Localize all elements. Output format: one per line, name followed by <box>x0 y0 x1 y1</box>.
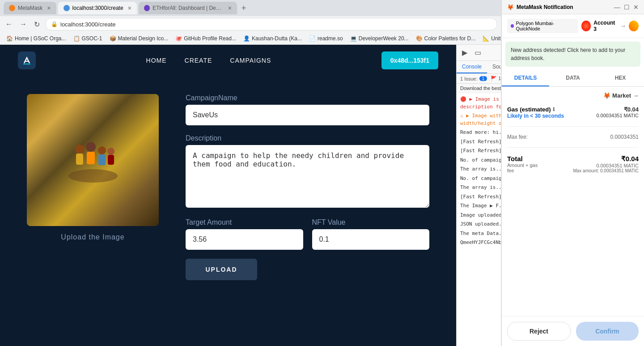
tab-console[interactable]: Console <box>457 61 487 73</box>
svg-point-6 <box>107 148 114 155</box>
svg-rect-7 <box>108 155 114 165</box>
bookmark-gsoc[interactable]: 📋 GSOC-1 <box>71 34 105 43</box>
mm-maxfee-label: Max fee: <box>507 134 528 140</box>
mm-footer: Reject Confirm <box>502 316 644 346</box>
description-field: Description A campaign to help the needy… <box>186 134 429 209</box>
issues-filter: 🚩 1 <box>491 76 501 81</box>
mm-title-text: MetaMask Notification <box>517 4 573 10</box>
mm-gas-info-icon[interactable]: ℹ <box>553 107 555 112</box>
mm-gas-row: Gas (estimated) ℹ Likely in < 30 seconds… <box>507 106 639 119</box>
nft-value-label: NFT Value <box>312 218 430 226</box>
bookmark-favicon-units: 📐 <box>483 35 489 42</box>
tab-localhost[interactable]: localhost:3000/create × <box>58 2 137 14</box>
mm-maxfee-row: Max fee: 0.00034351 <box>507 134 639 140</box>
forward-button[interactable]: → <box>18 19 29 29</box>
mm-max-amount: Max amount: 0.00034351 MATIC <box>573 168 639 173</box>
logo-icon <box>18 51 36 69</box>
mm-amount-gas-fee: fee <box>507 168 538 173</box>
mm-nav-arrow[interactable]: → <box>620 22 626 30</box>
mm-gas-inr: ₹0.04 <box>596 106 639 113</box>
mm-gas-text: Gas (estimated) <box>507 106 551 113</box>
mm-fox-icon: 🦊 <box>507 4 514 10</box>
nft-value-field: NFT Value <box>312 218 430 250</box>
nav-home[interactable]: HOME <box>146 57 167 64</box>
tab-close-localhost[interactable]: × <box>128 4 131 12</box>
mm-market-arrow: → <box>633 92 639 99</box>
bookmark-favicon-home: 🏠 <box>6 35 13 42</box>
description-textarea[interactable]: A campaign to help the needy children an… <box>186 145 429 208</box>
metamask-reject-button[interactable]: Reject <box>507 322 571 341</box>
amount-row: Target Amount NFT Value <box>186 218 429 250</box>
mm-network-dot <box>511 24 514 28</box>
mm-total-matic: 0.00034351 MATIC <box>573 163 639 168</box>
metamask-confirm-button[interactable]: Confirm <box>576 322 639 341</box>
mm-branding: 🦊 Market → <box>507 92 639 99</box>
bookmark-label-dw: DeveloperWeek 20... <box>359 35 409 42</box>
nav-create[interactable]: CREATE <box>185 57 212 64</box>
address-bar[interactable]: 🔒 localhost:3000/create <box>45 18 497 30</box>
bookmark-developerweek[interactable]: 💻 DeveloperWeek 20... <box>347 34 411 43</box>
devtools-mobile-icon[interactable]: ▭ <box>473 47 483 58</box>
bookmark-material[interactable]: 📦 Material Design Ico... <box>107 34 171 43</box>
upload-button[interactable]: UPLOAD <box>186 259 257 280</box>
devtools-inspect-icon[interactable]: ▶ <box>460 47 469 58</box>
nft-value-input[interactable] <box>312 229 430 250</box>
mm-body: 🦊 Market → Gas (estimated) ℹ Likely in <… <box>502 87 644 316</box>
target-amount-field: Target Amount <box>186 218 303 250</box>
bookmark-github[interactable]: 🐙 GitHub Profile Read... <box>173 34 239 43</box>
mm-notification-banner[interactable]: New address detected! Click here to add … <box>505 42 640 67</box>
mm-tab-details[interactable]: DETAILS <box>502 70 549 86</box>
tab-close-metamask[interactable]: × <box>47 4 51 12</box>
mm-close-button[interactable]: ✕ <box>633 4 639 11</box>
refresh-button[interactable]: ↻ <box>32 19 42 30</box>
nav-campaigns[interactable]: CAMPAIGNS <box>230 57 271 64</box>
tab-metamask[interactable]: MetaMask × <box>4 2 56 14</box>
mm-account: Account 3 → <box>581 20 639 32</box>
campaign-name-input[interactable] <box>186 105 429 125</box>
tab-favicon-localhost <box>64 5 70 11</box>
url-text: localhost:3000/create <box>60 21 116 28</box>
svg-rect-5 <box>98 154 106 165</box>
target-amount-input[interactable] <box>186 229 303 250</box>
nav-logo <box>18 51 36 69</box>
address-bar-row: ← → ↻ 🔒 localhost:3000/create <box>0 16 501 32</box>
bookmark-favicon-gsoc: 📋 <box>73 35 80 42</box>
lock-icon: 🔒 <box>51 21 58 27</box>
metamask-popup: 🦊 MetaMask Notification — ☐ ✕ Polygon Mu… <box>501 0 644 346</box>
tab-ethforall[interactable]: ETHforAll: Dashboard | Devfolio × <box>139 2 237 14</box>
mm-divider-1 <box>507 126 639 127</box>
bookmark-home[interactable]: 🏠 Home | GSoC Orga... <box>4 34 69 43</box>
wallet-button[interactable]: 0x48d...153f1 <box>381 51 438 69</box>
description-label: Description <box>186 134 429 142</box>
bookmark-label-readme: readme.so <box>318 35 343 42</box>
mm-market-link[interactable]: 🦊 Market → <box>603 92 639 99</box>
image-upload-section: Upload the Image <box>27 94 159 241</box>
tab-title-localhost: localhost:3000/create <box>72 5 123 11</box>
image-preview[interactable] <box>27 94 159 226</box>
new-tab-button[interactable]: + <box>239 4 249 13</box>
bookmark-colorpalettes[interactable]: 🎨 Color Palettes for D... <box>413 34 479 43</box>
mm-total-left: Total Amount + gas fee <box>507 155 538 173</box>
tab-title-ethforall: ETHforAll: Dashboard | Devfolio <box>153 5 224 11</box>
mm-network-selector[interactable]: Polygon Mumbai-QuickNode <box>507 19 578 33</box>
mm-tabs: DETAILS DATA HEX <box>502 70 644 87</box>
bookmark-label-kaushan: Kaushan-Dutta (Ka... <box>252 35 302 42</box>
mm-gas-left: Gas (estimated) ℹ Likely in < 30 seconds <box>507 106 564 119</box>
issues-label: 1 Issue: <box>460 76 478 81</box>
mm-tab-hex[interactable]: HEX <box>597 70 644 86</box>
bookmark-favicon-github: 🐙 <box>175 35 182 42</box>
bookmark-readme[interactable]: 📄 readme.so <box>306 34 346 43</box>
mm-divider-2 <box>507 147 639 148</box>
bookmark-favicon-cp: 🎨 <box>416 35 423 42</box>
mm-total-inr: ₹0.04 <box>573 155 639 163</box>
mm-tab-data[interactable]: DATA <box>549 70 597 86</box>
mm-maximize-button[interactable]: ☐ <box>624 4 630 11</box>
bookmark-kaushan[interactable]: 👤 Kaushan-Dutta (Ka... <box>241 34 305 43</box>
mm-gas-matic: 0.00034351 MATIC <box>596 113 639 118</box>
svg-rect-3 <box>87 152 95 164</box>
mm-minimize-button[interactable]: — <box>614 4 620 11</box>
form-section: CampaignName Description A campaign to h… <box>186 94 429 280</box>
back-button[interactable]: ← <box>4 19 14 29</box>
form-area: Upload the Image CampaignName Descriptio… <box>0 76 456 298</box>
tab-close-ethforall[interactable]: × <box>228 4 232 12</box>
